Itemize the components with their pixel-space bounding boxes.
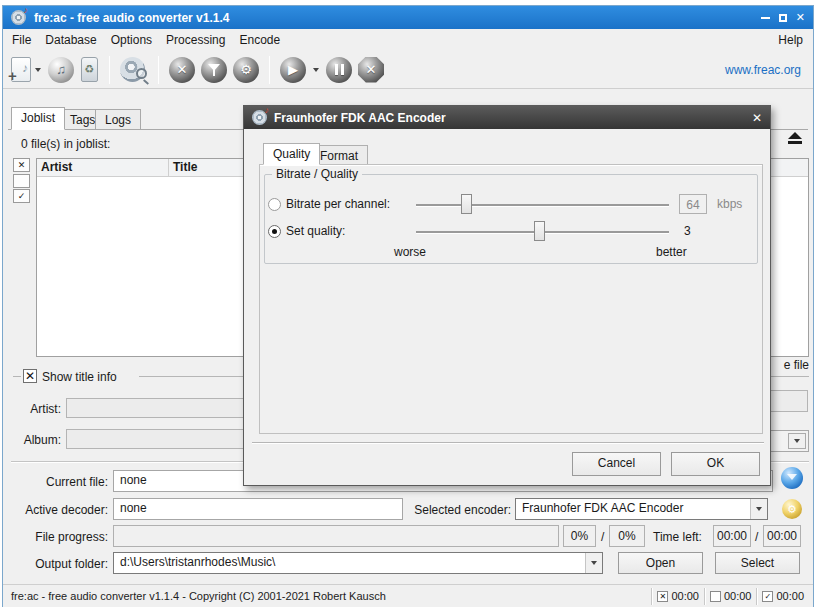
app-icon [11,10,26,25]
current-file-label: Current file: [3,475,108,489]
toggle-selection-button[interactable]: ✓ [13,189,30,203]
toolbar-separator [158,56,159,84]
select-none-button[interactable] [13,174,30,188]
time-selected-value: 00:00 [776,590,804,602]
dialog-icon [252,110,267,125]
plus-icon: + [8,67,17,84]
time-left-file: 00:00 [763,525,801,547]
stop-x-icon: ✕ [366,63,377,76]
start-encoding-button[interactable]: ▶ [280,57,306,83]
recycle-icon: ♻ [85,63,95,76]
joblist-count-text: 0 file(s) in joblist: [21,137,110,151]
quality-value: 3 [684,224,691,238]
select-all-button[interactable]: ✕ [13,158,30,172]
bitrate-slider-track[interactable] [416,204,669,206]
menu-help[interactable]: Help [770,30,811,50]
column-header-artist[interactable]: Artist [37,159,169,176]
add-files-button[interactable]: ♪ + [11,57,31,82]
dialog-titlebar[interactable]: Fraunhofer FDK AAC Encoder ✕ [244,106,770,129]
percent-separator: / [601,530,604,544]
menu-processing[interactable]: Processing [159,30,232,50]
quality-radio[interactable] [268,225,281,238]
show-title-info-checkbox[interactable]: ✕ [23,369,37,383]
cddb-query-button[interactable] [120,56,148,84]
combo-arrow-button[interactable] [788,433,806,449]
general-settings-button[interactable]: ✕ [169,57,195,83]
audio-cd-button[interactable]: ♫ [48,57,74,83]
signal-processing-button[interactable] [201,57,227,83]
close-button[interactable]: ✕ [796,12,805,23]
time-all-value: 00:00 [671,590,699,602]
bitrate-label: Bitrate per channel: [286,197,390,211]
menu-file[interactable]: File [5,30,38,50]
output-folder-arrow-button[interactable] [585,553,602,573]
chevron-down-icon [756,507,762,511]
bitrate-slider-thumb[interactable] [461,194,472,214]
selected-encoder-combo[interactable]: Fraunhofer FDK AAC Encoder [515,498,768,520]
open-button[interactable]: Open [618,552,703,574]
quality-slider-thumb[interactable] [534,221,545,241]
output-folder-label: Output folder: [3,557,108,571]
total-percent-value: 0% [563,525,596,547]
dialog-close-button[interactable]: ✕ [752,111,762,125]
funnel-icon [208,64,220,76]
tab-logs[interactable]: Logs [95,109,141,130]
eject-button[interactable] [782,129,808,146]
window-titlebar[interactable]: fre:ac - free audio converter v1.1.4 ✕ [3,6,813,29]
start-encoding-dropdown-arrow-icon[interactable] [313,68,319,72]
play-icon: ▶ [288,63,298,76]
time-all-tracks: ✕ 00:00 [651,588,704,605]
toolbar-separator [109,56,110,84]
pause-encoding-button[interactable] [326,57,352,83]
music-note-icon: ♪ [22,61,28,75]
processing-status-icon[interactable] [781,467,803,489]
encoder-combo-arrow-button[interactable] [750,499,767,519]
clear-joblist-button[interactable]: ♻ [81,57,98,82]
output-folder-combo[interactable]: d:\Users\tristanrhodes\Music\ [113,552,603,574]
maximize-button[interactable] [779,14,787,22]
dialog-separator [252,442,764,443]
toolbar: ♪ + ♫ ♻ ✕ ⚙ ▶ ✕ www.f [3,51,813,89]
time-separator: / [755,530,758,544]
time-unselected-value: 00:00 [724,590,752,602]
file-progress-label: File progress: [3,530,108,544]
select-button[interactable]: Select [715,552,800,574]
time-selected-tracks: ✓ 00:00 [756,588,809,605]
magnifier-handle-icon [143,79,149,84]
ok-button[interactable]: OK [671,452,760,476]
output-folder-value: d:\Users\tristanrhodes\Music\ [120,555,275,569]
add-files-dropdown-arrow-icon[interactable] [35,68,41,72]
dialog-title: Fraunhofer FDK AAC Encoder [274,111,446,125]
menu-encode[interactable]: Encode [232,30,287,50]
status-bar: fre:ac - free audio converter v1.1.4 - C… [3,584,813,607]
active-decoder-label: Active decoder: [3,503,108,517]
artist-label: Artist: [3,402,61,416]
minimize-button[interactable] [761,17,770,19]
tab-joblist[interactable]: Joblist [11,107,65,130]
time-unselected-tracks: 00:00 [704,588,757,605]
website-link[interactable]: www.freac.org [725,63,807,77]
menu-bar: File Database Options Processing Encode … [3,29,813,51]
menu-options[interactable]: Options [104,30,159,50]
dialog-tab-quality[interactable]: Quality [263,143,320,165]
cancel-button[interactable]: Cancel [572,452,661,476]
statusbar-times: ✕ 00:00 00:00 ✓ 00:00 [651,588,809,605]
gear-icon: ⚙ [240,63,252,76]
active-decoder-value: none [113,498,403,520]
time-left-total: 00:00 [713,525,751,547]
show-title-info-label: Show title info [42,370,117,384]
configure-encoder-button[interactable]: ⚙ [233,57,259,83]
bitrate-value-box: 64 [679,194,707,214]
quality-label: Set quality: [286,224,345,238]
checked-box-icon: ✓ [762,591,773,602]
configure-encoder-icon[interactable]: ⚙ [782,499,802,519]
bitrate-radio[interactable] [268,198,281,211]
statusbar-text: fre:ac - free audio converter v1.1.4 - C… [3,590,386,602]
stop-encoding-button[interactable]: ✕ [358,57,384,83]
eject-icon [788,132,802,139]
screen: fre:ac - free audio converter v1.1.4 ✕ F… [0,0,818,609]
chevron-down-icon [794,439,800,443]
menu-database[interactable]: Database [38,30,103,50]
selected-encoder-label: Selected encoder: [406,503,511,517]
group-title: Bitrate / Quality [272,167,362,181]
